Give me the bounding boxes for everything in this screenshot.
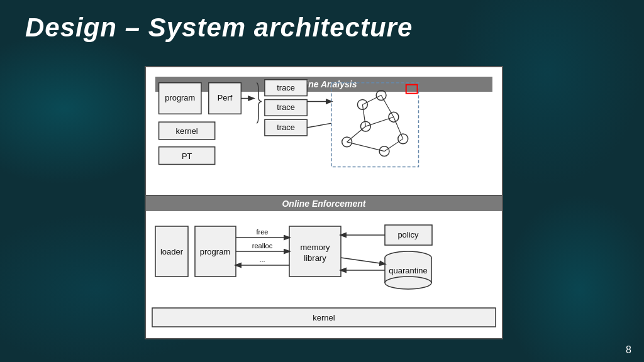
svg-line-30 <box>384 139 403 151</box>
svg-point-24 <box>379 146 389 156</box>
svg-text:Perf: Perf <box>218 93 233 102</box>
svg-point-21 <box>376 90 386 101</box>
svg-line-28 <box>381 96 394 118</box>
svg-rect-17 <box>331 83 419 167</box>
svg-line-29 <box>394 117 403 139</box>
svg-rect-6 <box>159 147 215 165</box>
svg-text:policy: policy <box>397 230 419 239</box>
svg-rect-11 <box>265 99 307 116</box>
svg-point-47 <box>385 277 431 289</box>
svg-text:loader: loader <box>160 247 184 256</box>
diagram-container: Offline Analysis program Perf kernel PT … <box>145 66 503 339</box>
svg-rect-13 <box>265 119 307 136</box>
svg-text:program: program <box>165 93 195 102</box>
svg-text:library: library <box>304 253 326 263</box>
svg-line-25 <box>347 126 366 142</box>
offline-section: Offline Analysis program Perf kernel PT … <box>146 67 502 196</box>
svg-rect-4 <box>159 122 215 140</box>
svg-text:...: ... <box>259 256 265 263</box>
svg-line-32 <box>365 117 394 126</box>
offline-header: Offline Analysis <box>155 77 492 92</box>
svg-line-27 <box>362 96 381 105</box>
svg-text:quarantine: quarantine <box>389 266 427 275</box>
svg-line-31 <box>347 142 384 151</box>
svg-point-19 <box>360 121 370 131</box>
svg-text:kernel: kernel <box>313 313 335 322</box>
svg-text:kernel: kernel <box>176 126 198 136</box>
svg-line-56 <box>341 258 385 264</box>
page-number: 8 <box>626 344 631 356</box>
slide-title: Design – System architecture <box>25 13 413 43</box>
svg-line-16 <box>307 123 331 128</box>
svg-text:realloc: realloc <box>252 242 273 250</box>
svg-text:free: free <box>257 228 269 236</box>
online-section: Online Enforcement loader program memory… <box>146 196 502 341</box>
svg-point-18 <box>342 137 352 147</box>
svg-point-20 <box>357 99 367 109</box>
svg-text:trace: trace <box>277 123 295 132</box>
svg-text:PT: PT <box>182 151 192 161</box>
svg-text:trace: trace <box>277 102 295 112</box>
svg-text:program: program <box>200 247 230 256</box>
svg-point-22 <box>389 112 399 122</box>
svg-text:memory: memory <box>301 243 330 252</box>
svg-line-26 <box>362 104 365 126</box>
svg-point-23 <box>398 134 408 144</box>
